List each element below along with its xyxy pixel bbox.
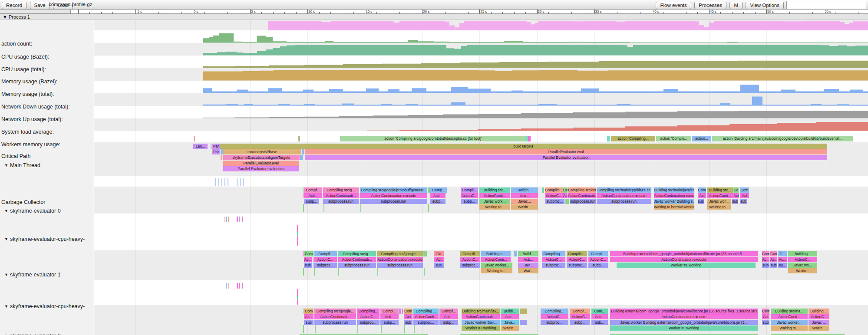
trace-span[interactable]: ActionC...	[567, 257, 587, 262]
trace-span[interactable]	[303, 268, 304, 276]
trace-span[interactable]: Javac worker Building external/com_googl…	[610, 320, 758, 325]
trace-span[interactable]	[360, 204, 361, 212]
trace-span[interactable]: Worker #1 working	[617, 263, 756, 268]
trace-span[interactable]	[381, 325, 382, 333]
trace-span[interactable]: subp...	[461, 199, 478, 204]
trace-span[interactable]: Compil...	[588, 251, 608, 256]
trace-span[interactable]: subp...	[430, 199, 446, 204]
trace-span[interactable]: Com	[762, 251, 769, 256]
trace-span[interactable]: Compiling...	[357, 309, 380, 314]
trace-span[interactable]: Co	[733, 187, 739, 193]
trace-span[interactable]	[303, 325, 304, 333]
trace-span[interactable]: subproc...	[314, 263, 337, 268]
trace-span[interactable]: Compil...	[314, 251, 337, 256]
trace-span[interactable]: ActionC...	[545, 193, 563, 198]
trace-span[interactable]: Waitin...	[511, 204, 538, 210]
trace-span[interactable]: ActionC...	[570, 314, 590, 319]
trace-span[interactable]: Building external/com_google_protobuf/ja…	[610, 309, 758, 314]
trace-span[interactable]: ActionC...	[461, 193, 478, 198]
trace-span[interactable]: su...	[778, 263, 787, 268]
trace-span[interactable]	[297, 225, 298, 232]
trace-span[interactable]: Com	[304, 251, 314, 256]
trace-span[interactable]: Worker #7 working	[462, 325, 500, 331]
trace-span[interactable]: Com	[404, 309, 413, 314]
trace-span[interactable]	[399, 309, 401, 314]
trace-span[interactable]: ActionContinuati...	[323, 193, 359, 198]
trace-span[interactable]: subp...	[570, 320, 590, 325]
trace-span[interactable]: sub	[740, 199, 747, 204]
trace-span[interactable]: Javac...	[511, 199, 538, 204]
trace-span[interactable]: Compil...	[304, 187, 322, 193]
trace-span[interactable]: Waiting to...	[479, 204, 510, 210]
trace-span[interactable]: Ac...	[304, 257, 312, 262]
trace-span[interactable]: buildTargets	[220, 144, 827, 149]
trace-span[interactable]: Acti...	[304, 193, 322, 198]
trace-span[interactable]: subp...	[380, 320, 399, 325]
trace-span[interactable]: runAnalysisPhase	[223, 149, 301, 154]
trace-span[interactable]: Compiling ...	[542, 251, 565, 256]
trace-span[interactable]: Compiling src/google...	[314, 309, 356, 314]
trace-span[interactable]: Waiting to borrow worker	[654, 204, 694, 210]
trace-span[interactable]: Compiling src/core/...	[568, 187, 596, 193]
trace-span[interactable]: Compi...	[380, 309, 399, 314]
trace-span[interactable]: ActionConti...	[413, 314, 439, 319]
trace-span[interactable]	[194, 136, 195, 141]
trace-span[interactable]	[228, 217, 229, 222]
trace-span[interactable]: action...	[692, 136, 711, 141]
trace-span[interactable]: Ac...	[770, 257, 777, 262]
trace-span[interactable]	[414, 325, 415, 333]
trace-span[interactable]: Compiling src/g...	[338, 251, 376, 256]
trace-span[interactable]	[300, 155, 303, 160]
trace-span[interactable]: Comp...	[430, 187, 447, 193]
trace-span[interactable]: Com	[304, 309, 314, 314]
trace-span[interactable]: Com	[698, 187, 706, 193]
trace-span[interactable]	[224, 178, 225, 186]
trace-span[interactable]: subprocess.run	[323, 199, 359, 204]
trace-span[interactable]: sub	[304, 263, 312, 268]
collapse-arrow-icon[interactable]: ▼	[4, 273, 8, 277]
trace-span[interactable]	[239, 283, 240, 289]
trace-span[interactable]: Compiling src/g...	[323, 187, 359, 193]
trace-span[interactable]: ActionConti...	[479, 193, 510, 198]
trace-span[interactable]: ActionConti...	[707, 193, 733, 198]
trace-span[interactable]	[303, 187, 304, 193]
trace-span[interactable]: Parallel Evaluator evaluation	[223, 166, 299, 171]
trace-span[interactable]: Building src/main/java/com/go...	[654, 187, 694, 193]
trace-span[interactable]: subproc...	[542, 263, 565, 268]
trace-span[interactable]	[323, 204, 324, 212]
trace-span[interactable]	[239, 217, 240, 222]
trace-span[interactable]	[428, 187, 430, 193]
trace-span[interactable]: Building external/com_google_protobuf/ja…	[610, 251, 758, 256]
search-input[interactable]	[786, 1, 866, 9]
trace-span[interactable]: Javac ...	[809, 320, 829, 325]
trace-span[interactable]: sub	[770, 263, 777, 268]
trace-span[interactable]: Javac worker Buil...	[462, 320, 500, 325]
trace-span[interactable]: Buildi...	[501, 309, 519, 314]
trace-span[interactable]: Co	[563, 187, 568, 193]
trace-span[interactable]: Acti...	[501, 314, 519, 319]
trace-span[interactable]	[211, 144, 211, 149]
trace-span[interactable]: skyframeExecutor.configureTargets	[223, 155, 300, 160]
trace-span[interactable]: ActionContinuati...	[568, 193, 596, 198]
trace-span[interactable]: Javac wor...	[707, 199, 731, 204]
trace-span[interactable]	[297, 236, 298, 246]
metadata-button[interactable]: M	[729, 2, 743, 9]
track-label[interactable]: ▼skyframe-evaluator-cpu-heavy-	[4, 236, 85, 242]
trace-span[interactable]: Compil...	[570, 309, 590, 314]
trace-span[interactable]	[424, 268, 425, 276]
trace-span[interactable]: action 'Building src/main/java/com/googl…	[712, 136, 853, 141]
trace-span[interactable]: Building ...	[809, 309, 829, 314]
trace-span[interactable]: sub	[404, 320, 413, 325]
track-label[interactable]: ▼skyframe-evaluator 1	[4, 272, 61, 278]
trace-span[interactable]: ActionContinuation.execute	[610, 314, 758, 319]
trace-span[interactable]	[428, 204, 429, 212]
trace-span[interactable]: ActionC...	[809, 314, 829, 319]
collapse-arrow-icon[interactable]: ▼	[4, 237, 8, 241]
trace-span[interactable]: subproc...	[357, 320, 380, 325]
trace-span[interactable]	[542, 187, 544, 193]
trace-span[interactable]: Compilin...	[567, 251, 587, 256]
trace-span[interactable]: Act	[434, 257, 444, 262]
trace-span[interactable]	[565, 199, 569, 204]
trace-span[interactable]: Acti...	[380, 314, 399, 319]
trace-span[interactable]: ActionContinuati...	[314, 314, 356, 319]
